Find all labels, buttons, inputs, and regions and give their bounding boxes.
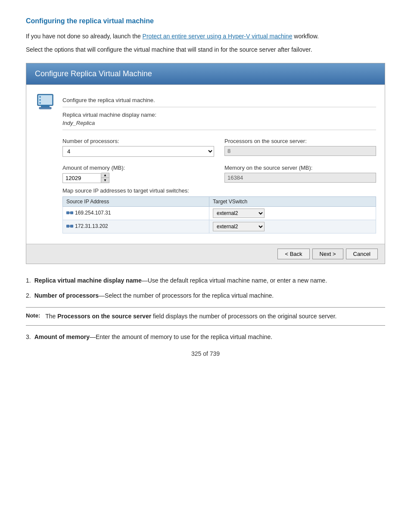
step2-text: Number of processors—Select the number o… (34, 291, 274, 300)
dialog-icon-row: Configure the replica virtual machine. R… (35, 93, 376, 233)
processors-row: Number of processors: 4 1 2 8 Processors… (62, 134, 376, 157)
intro-paragraph-2: Select the options that will configure t… (26, 45, 385, 54)
step1-num: 1. (26, 276, 31, 285)
back-button[interactable]: < Back (277, 249, 309, 259)
network-icon (66, 223, 73, 229)
memory-source-input (224, 173, 376, 183)
memory-spinner-buttons: ▲ ▼ (101, 173, 109, 183)
next-button[interactable]: Next > (312, 249, 343, 259)
list-item-1: 1. Replica virtual machine display name—… (26, 276, 385, 285)
step3-text: Amount of memory—Enter the amount of mem… (34, 333, 272, 342)
vswitch-select-0[interactable]: external2 external1 internal (213, 208, 265, 218)
cancel-button[interactable]: Cancel (346, 249, 378, 259)
memory-col: Amount of memory (MB): ▲ ▼ (62, 160, 214, 183)
svg-rect-10 (66, 225, 69, 227)
processors-label: Number of processors: (62, 138, 214, 144)
svg-rect-11 (70, 225, 73, 227)
svg-point-6 (39, 102, 41, 104)
ip-map-label: Map source IP addresses to target virtua… (62, 187, 376, 194)
memory-row: Amount of memory (MB): ▲ ▼ Memory on the… (62, 160, 376, 183)
col-target-vswitch: Target VSwitch (209, 197, 376, 207)
note-rest: field displays the number of processors … (151, 313, 336, 320)
step1-rest: —Use the default replica virtual machine… (142, 277, 327, 284)
ip-address-cell: 169.254.107.31 (63, 207, 209, 220)
note-label: Note: (26, 312, 40, 319)
dialog-header: Configure Replica Virtual Machine (26, 63, 385, 84)
step2-bold: Number of processors (34, 292, 99, 299)
memory-source-col: Memory on the source server (MB): (224, 160, 376, 183)
page-number: 325 of 739 (26, 350, 385, 357)
step1-text: Replica virtual machine display name—Use… (34, 276, 327, 285)
configure-replica-dialog: Configure Replica Virtual Machine (26, 63, 385, 264)
processors-source-label: Processors on the source server: (224, 138, 376, 144)
intro-paragraph-1: If you have not done so already, launch … (26, 32, 385, 41)
processors-source-col: Processors on the source server: (224, 134, 376, 157)
step1-bold: Replica virtual machine display name (34, 277, 142, 284)
memory-label: Amount of memory (MB): (62, 165, 214, 171)
processors-source-input (224, 146, 376, 156)
memory-source-label: Memory on the source server (MB): (224, 165, 376, 171)
step3-bold: Amount of memory (34, 333, 90, 340)
dialog-header-title: Configure Replica Virtual Machine (35, 69, 152, 78)
svg-rect-8 (70, 212, 73, 214)
network-icon (66, 210, 73, 216)
dialog-main-content: Configure the replica virtual machine. R… (62, 93, 376, 233)
step3-num: 3. (26, 333, 31, 342)
step3-rest: —Enter the amount of memory to use for t… (90, 333, 272, 340)
svg-point-4 (39, 96, 41, 98)
memory-input[interactable] (62, 173, 101, 183)
ip-map-table: Source IP Address Target VSwitch (62, 196, 376, 233)
list-item-3: 3. Amount of memory—Enter the amount of … (26, 333, 385, 342)
note-box: Note: The Processors on the source serve… (26, 307, 385, 326)
page-title: Configuring the replica virtual machine (26, 17, 385, 25)
ip-table-header-row: Source IP Address Target VSwitch (63, 197, 376, 207)
col-source-ip: Source IP Address (63, 197, 209, 207)
step2-num: 2. (26, 291, 31, 300)
step2-rest: —Select the number of processors for the… (99, 292, 274, 299)
vswitch-select-1[interactable]: external2 external1 internal (213, 222, 265, 231)
ip-map-section: Map source IP addresses to target virtua… (62, 187, 376, 233)
intro-text-before-link: If you have not done so already, launch … (26, 33, 143, 40)
steps-list: 1. Replica virtual machine display name—… (26, 276, 385, 300)
processors-select[interactable]: 4 1 2 8 (62, 146, 214, 157)
dialog-body: Configure the replica virtual machine. R… (26, 84, 385, 244)
note-bold-text: Processors on the source server (57, 313, 151, 320)
processors-col: Number of processors: 4 1 2 8 (62, 134, 214, 157)
display-name-value: Indy_Replica (62, 120, 376, 126)
step3-section: 3. Amount of memory—Enter the amount of … (26, 333, 385, 342)
memory-increment-button[interactable]: ▲ (101, 173, 109, 178)
note-text: The Processors on the source server fiel… (45, 312, 336, 321)
svg-rect-2 (41, 106, 50, 107)
hyperv-link[interactable]: Protect an entire server using a Hyper-V… (143, 33, 293, 40)
memory-decrement-button[interactable]: ▼ (101, 178, 109, 183)
target-vswitch-cell[interactable]: external2 external1 internal (209, 220, 376, 233)
ip-table-row: 169.254.107.31 external2 external1 inter… (63, 207, 376, 220)
display-name-label: Replica virtual machine display name: (62, 112, 376, 118)
server-icon (35, 93, 56, 113)
dialog-footer: < Back Next > Cancel (26, 244, 385, 264)
svg-rect-3 (39, 107, 51, 109)
svg-point-5 (39, 99, 41, 101)
ip-table-row: 172.31.13.202 external2 external1 intern… (63, 220, 376, 233)
svg-rect-7 (66, 212, 69, 214)
target-vswitch-cell[interactable]: external2 external1 internal (209, 207, 376, 220)
intro-text-after-link: workflow. (292, 33, 318, 40)
note-prefix: The (45, 313, 57, 320)
ip-address-cell: 172.31.13.202 (63, 220, 209, 233)
description-text: Configure the replica virtual machine. (62, 97, 376, 103)
list-item-2: 2. Number of processors—Select the numbe… (26, 291, 385, 300)
memory-spinner: ▲ ▼ (62, 173, 214, 183)
